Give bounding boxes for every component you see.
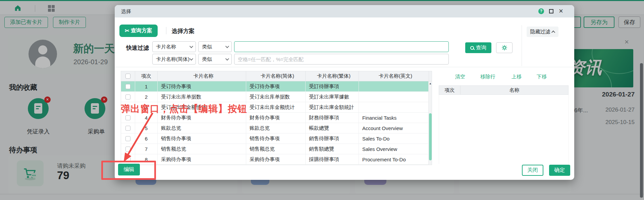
table-cell: 账款总览 <box>246 123 306 133</box>
table-cell: 账款总览 <box>158 123 246 133</box>
table-cell: Account Overview <box>359 123 429 133</box>
table-cell: 受訂未出庫金額統計 <box>306 102 359 112</box>
table-cell: 销售额总览 <box>246 144 306 154</box>
column-header[interactable]: 卡片名称(简体) <box>246 71 306 81</box>
selected-cards-table: 项次 名称 <box>439 85 569 164</box>
table-cell: 受订待办事项 <box>246 81 306 91</box>
column-header[interactable]: 卡片名称(繁体) <box>306 71 359 81</box>
filter-field-select[interactable]: 卡片名称 <box>152 41 196 52</box>
hide-filter-label: 隐藏过滤 <box>530 29 550 35</box>
table-cell: 受訂未出庫單據數 <box>306 92 359 102</box>
move-up-action[interactable]: 上移 <box>512 74 522 80</box>
table-row[interactable]: 2受订未出库单据数受订未出库单据数受訂未出庫單據數 <box>121 92 432 102</box>
quick-filter-label: 快速过滤 <box>126 44 149 52</box>
row-checkbox[interactable] <box>125 84 130 89</box>
table-cell: 销售待办事项 <box>246 133 306 144</box>
select-all-checkbox[interactable] <box>125 74 130 79</box>
column-header: 名称 <box>461 86 568 94</box>
chevron-down-icon <box>225 44 229 48</box>
chevron-down-icon <box>190 57 193 61</box>
table-cell: Financial Tasks <box>359 113 429 123</box>
table-row[interactable]: 5账款总览账款总览帳款總覽Account Overview <box>121 123 432 133</box>
table-row[interactable]: 1受订待办事项受订待办事项受訂待辦事項 <box>121 81 432 92</box>
close-button[interactable]: 关闭 <box>522 165 543 176</box>
table-row[interactable]: 8采购待办事项采购待办事项採購待辦事項Procurement To-Do <box>121 154 432 165</box>
table-cell: 銷售額總覽 <box>306 144 359 154</box>
help-icon[interactable]: ? <box>538 8 544 14</box>
scrollbar-thumb[interactable] <box>429 113 432 160</box>
chevron-down-icon <box>190 44 193 48</box>
table-cell <box>359 81 429 91</box>
remove-row-action[interactable]: 移除行 <box>480 74 495 80</box>
dialog-title: 选择 <box>121 5 131 17</box>
tab-query-scheme[interactable]: ✂ 查询方案 <box>119 25 158 37</box>
maximize-icon[interactable] <box>549 9 553 13</box>
section-divider <box>115 67 574 67</box>
search-label: 查询 <box>476 44 487 51</box>
annotation-arrow <box>111 107 164 169</box>
app-screen: 添加已有卡片 制作卡片 另存为 保存 新的一天 2026-01-29 我的收藏 … <box>0 0 644 200</box>
close-icon[interactable]: × <box>559 7 563 15</box>
table-cell: 2 <box>135 92 158 102</box>
table-header-row: 项次 名称 <box>439 85 569 95</box>
filter-operator-select[interactable]: 类似 <box>198 54 232 65</box>
select-value: 卡片名称 <box>156 44 190 50</box>
table-scrollbar[interactable]: ▲ <box>428 81 432 165</box>
row-checkbox[interactable] <box>125 94 130 99</box>
table-cell <box>359 102 429 112</box>
gear-icon <box>501 45 507 51</box>
table-header-row: 项次 卡片名称 卡片名称(简体) 卡片名称(繁体) 卡片名称(英文) <box>121 71 432 81</box>
table-cell: 财务待办事项 <box>246 113 306 123</box>
move-down-action[interactable]: 下移 <box>537 74 547 80</box>
scroll-up-icon[interactable]: ▲ <box>429 82 432 85</box>
annotation-text: 弹出窗口，点击【编辑】按钮 <box>121 103 247 115</box>
select-value: 类似 <box>202 44 225 50</box>
table-cell: 受訂待辦事項 <box>306 81 359 91</box>
filter-value-input[interactable] <box>234 41 449 52</box>
column-header[interactable]: 项次 <box>135 71 158 81</box>
filter-settings-button[interactable] <box>496 42 513 53</box>
chevron-down-icon <box>225 57 229 61</box>
table-row[interactable]: 7销售额总览销售额总览銷售額總覽Sales Overview <box>121 144 432 154</box>
tab-label: 查询方案 <box>131 27 152 34</box>
table-cell: Sales Overview <box>359 144 429 154</box>
filter-field-select[interactable]: 卡片名称(简体) <box>152 54 196 65</box>
filter-operator-select[interactable]: 类似 <box>198 41 232 52</box>
table-cell: 采购待办事项 <box>158 154 246 164</box>
selected-cards-body <box>439 95 569 164</box>
search-button[interactable]: 查询 <box>465 42 491 53</box>
tab-select-scheme[interactable]: 选择方案 <box>172 27 195 35</box>
select-dialog: 选择 ? × ✂ 查询方案 选择方案 隐藏过滤 快速过滤 卡片名称 类似 查询 <box>115 5 574 180</box>
table-cell: 採購待辦事項 <box>306 154 359 164</box>
clear-action[interactable]: 清空 <box>455 74 465 80</box>
hide-filter-button[interactable]: 隐藏过滤 <box>527 27 558 37</box>
card-selection-table: 项次 卡片名称 卡片名称(简体) 卡片名称(繁体) 卡片名称(英文) 1受订待办… <box>121 71 432 165</box>
table-cell: 采购待办事项 <box>246 154 306 164</box>
table-cell: 销售待办事项 <box>158 133 246 144</box>
table-cell: 受订未出库金额统计 <box>246 102 306 112</box>
confirm-button[interactable]: 确定 <box>549 165 570 176</box>
table-cell: 帳款總覽 <box>306 123 359 133</box>
table-row[interactable]: 6销售待办事项销售待办事项銷售待辦事項Sales To-Do <box>121 133 432 144</box>
checkbox-cell <box>121 81 135 91</box>
column-header[interactable]: 卡片名称(英文) <box>359 71 429 81</box>
select-value: 类似 <box>202 56 225 63</box>
table-cell: 銷售待辦事項 <box>306 133 359 144</box>
search-icon <box>470 46 474 50</box>
table-cell: 財務待辦事項 <box>306 113 359 123</box>
select-value: 卡片名称(简体) <box>156 56 190 63</box>
filter-value-input[interactable] <box>234 54 449 65</box>
chevron-up-icon <box>551 30 555 34</box>
table-cell: 受订待办事项 <box>158 81 246 91</box>
table-cell: Sales To-Do <box>359 133 429 144</box>
column-header: 项次 <box>439 86 461 94</box>
table-cell: Procurement To-Do <box>359 154 429 164</box>
column-header[interactable]: 卡片名称 <box>158 71 246 81</box>
filter-divider <box>522 25 522 66</box>
checkbox-cell <box>121 92 135 102</box>
table-cell: 受订未出库单据数 <box>246 92 306 102</box>
table-cell: 销售额总览 <box>158 144 246 154</box>
table-cell: 1 <box>135 81 158 91</box>
card-table-body: 1受订待办事项受订待办事项受訂待辦事項2受订未出库单据数受订未出库单据数受訂未出… <box>121 81 432 165</box>
scheme-icon: ✂ <box>125 28 129 34</box>
